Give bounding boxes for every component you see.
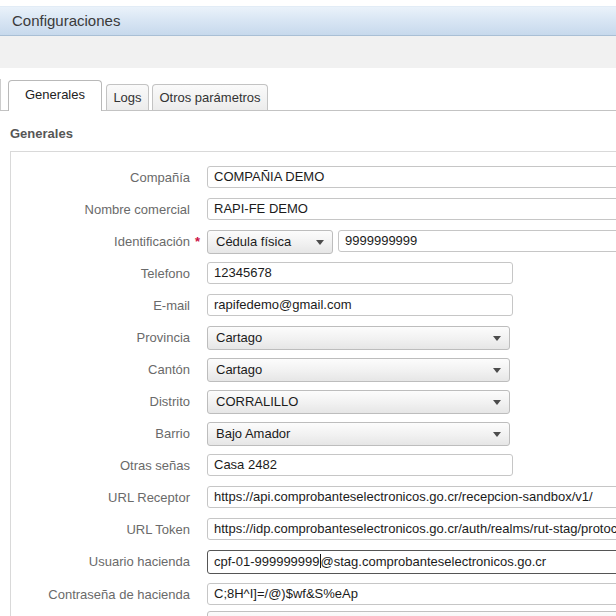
usuario-hacienda-input[interactable]: cpf-01-999999999@stag.comprobanteselectr… [207, 550, 616, 574]
distrito-select-value: CORRALILLO [216, 394, 298, 409]
form-row-contrasena-de-hacienda: Contraseña de haciendaC;8H^I]=/@)$wf&S%e… [0, 583, 616, 609]
form-row-telefono: Telefono12345678 [0, 262, 616, 288]
tab-otros-parametros[interactable]: Otros parámetros [152, 84, 268, 110]
url-token-label: URL Token [0, 518, 190, 541]
identificacion-select-value: Cédula física [216, 234, 291, 249]
required-asterisk: * [195, 230, 200, 253]
form-row-e-mail: E-mailrapifedemo@gmail.com [0, 294, 616, 320]
tab-logs[interactable]: Logs [106, 84, 149, 110]
identificacion-value: 9999999999 [345, 233, 417, 248]
otras-senas-input[interactable]: Casa 2482 [207, 454, 513, 476]
canton-select-value: Cartago [216, 362, 262, 377]
compania-input[interactable]: COMPAÑIA DEMO [207, 166, 616, 188]
form-row-provincia: ProvinciaCartago [0, 326, 616, 352]
chevron-down-icon [493, 400, 501, 405]
chevron-down-icon [493, 368, 501, 373]
identificacion-input[interactable]: 9999999999 [338, 230, 616, 252]
form-row-compania: CompañíaCOMPAÑIA DEMO [0, 166, 616, 192]
canton-select[interactable]: Cartago [207, 358, 510, 382]
contrasena-de-hacienda-label: Contraseña de hacienda [0, 583, 190, 606]
section-heading-generales: Generales [10, 126, 73, 141]
url-receptor-value: https://api.comprobanteselectronicos.go.… [214, 489, 593, 504]
otras-senas-value: Casa 2482 [214, 457, 277, 472]
page-title: Configuraciones [12, 7, 120, 35]
identificacion-select[interactable]: Cédula física [207, 230, 333, 254]
distrito-select[interactable]: CORRALILLO [207, 390, 510, 414]
partial-next-control[interactable] [207, 611, 616, 616]
form-row-barrio: BarrioBajo Amador [0, 422, 616, 448]
url-token-value: https://idp.comprobanteselectronicos.go.… [214, 521, 616, 536]
chevron-down-icon [493, 432, 501, 437]
e-mail-input[interactable]: rapifedemo@gmail.com [207, 294, 513, 316]
telefono-label: Telefono [0, 262, 190, 285]
chevron-down-icon [493, 336, 501, 341]
tabstrip-left-edge [0, 79, 1, 110]
form-row-identificacion: Identificación*Cédula física9999999999 [0, 230, 616, 256]
nombre-comercial-label: Nombre comercial [0, 198, 190, 221]
telefono-value: 12345678 [214, 265, 272, 280]
canton-label: Cantón [0, 358, 190, 381]
e-mail-label: E-mail [0, 294, 190, 317]
form-row-nombre-comercial: Nombre comercialRAPI-FE DEMO [0, 198, 616, 224]
tab-generales[interactable]: Generales [8, 80, 102, 111]
form-row-otras-senas: Otras señasCasa 2482 [0, 454, 616, 480]
compania-label: Compañía [0, 166, 190, 189]
url-receptor-input[interactable]: https://api.comprobanteselectronicos.go.… [207, 486, 616, 508]
usuario-hacienda-label: Usuario hacienda [0, 550, 190, 573]
form-row-usuario-hacienda: Usuario haciendacpf-01-999999999@stag.co… [0, 550, 616, 576]
nombre-comercial-value: RAPI-FE DEMO [214, 201, 308, 216]
contrasena-de-hacienda-value: C;8H^I]=/@)$wf&S%eAp [214, 586, 358, 601]
toolbar-band [0, 36, 616, 68]
provincia-label: Provincia [0, 326, 190, 349]
chevron-down-icon [316, 240, 324, 245]
barrio-label: Barrio [0, 422, 190, 445]
form-row-url-token: URL Tokenhttps://idp.comprobanteselectro… [0, 518, 616, 544]
usuario-hacienda-value-before-caret: cpf-01-999999999 [214, 554, 320, 569]
distrito-label: Distrito [0, 390, 190, 413]
e-mail-value: rapifedemo@gmail.com [214, 297, 351, 312]
otras-senas-label: Otras señas [0, 454, 190, 477]
url-token-input[interactable]: https://idp.comprobanteselectronicos.go.… [207, 518, 616, 540]
barrio-select-value: Bajo Amador [216, 426, 290, 441]
provincia-select[interactable]: Cartago [207, 326, 510, 350]
form-row-canton: CantónCartago [0, 358, 616, 384]
barrio-select[interactable]: Bajo Amador [207, 422, 510, 446]
form-row-distrito: DistritoCORRALILLO [0, 390, 616, 416]
usuario-hacienda-value-after-caret: @stag.comprobanteselectronicos.go.cr [321, 554, 547, 569]
configurations-window: Configuraciones Generales Logs Otros par… [0, 0, 616, 616]
nombre-comercial-input[interactable]: RAPI-FE DEMO [207, 198, 616, 220]
telefono-input[interactable]: 12345678 [207, 262, 513, 284]
form-row-url-receptor: URL Receptorhttps://api.comprobanteselec… [0, 486, 616, 512]
contrasena-de-hacienda-input[interactable]: C;8H^I]=/@)$wf&S%eAp [207, 583, 616, 605]
provincia-select-value: Cartago [216, 330, 262, 345]
identificacion-label: Identificación [0, 230, 190, 253]
compania-value: COMPAÑIA DEMO [214, 169, 324, 184]
window-title-bar: Configuraciones [0, 6, 616, 36]
url-receptor-label: URL Receptor [0, 486, 190, 509]
